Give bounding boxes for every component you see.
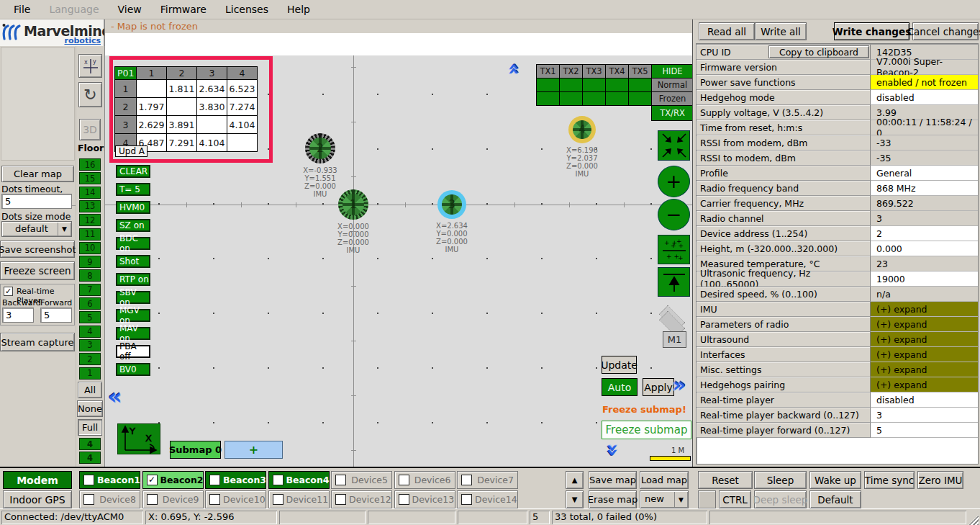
floors-full-button[interactable]: Full xyxy=(78,419,102,436)
ctrl-button[interactable]: CTRL xyxy=(719,490,751,508)
floor-7[interactable]: 7 xyxy=(79,284,101,296)
cancel-changes-button[interactable]: Cancel changes xyxy=(912,22,979,40)
rotate-view-icon[interactable]: ↻ xyxy=(78,82,102,107)
chevron-left-icon[interactable]: « xyxy=(108,386,122,408)
device-button-device13[interactable]: Device13 xyxy=(394,490,455,508)
tx-cell-1-3[interactable] xyxy=(582,78,606,92)
default-button[interactable]: Default xyxy=(809,490,861,508)
tx-txrx-button[interactable]: TX/RX xyxy=(651,105,692,121)
tx-cell-1-1[interactable] xyxy=(536,78,560,92)
device-button-device14[interactable]: Device14 xyxy=(457,490,518,508)
property-value[interactable]: (+) expand xyxy=(871,302,978,317)
map-btn-mgv-on[interactable]: MGV on xyxy=(116,309,150,322)
erase-map-button[interactable]: Erase map xyxy=(589,490,637,508)
chevron-up-icon[interactable]: « xyxy=(505,63,524,76)
ctrl-checkbox[interactable] xyxy=(698,490,716,508)
read-all-button[interactable]: Read all xyxy=(699,22,755,40)
floor-9[interactable]: 9 xyxy=(79,256,101,268)
property-value[interactable]: disabled xyxy=(871,90,978,105)
device-checkbox[interactable] xyxy=(273,494,283,505)
property-value[interactable]: (+) expand xyxy=(871,377,978,392)
floor-10[interactable]: 10 xyxy=(79,242,101,254)
map-btn-bv0[interactable]: BV0 xyxy=(116,363,150,376)
tx-cell-2-1[interactable] xyxy=(536,91,560,106)
property-value[interactable]: 3 xyxy=(871,408,978,423)
clear-map-button[interactable]: Clear map xyxy=(1,166,74,182)
device-button-device7[interactable]: Device7 xyxy=(457,471,518,489)
freeze-screen-button[interactable]: Freeze screen xyxy=(0,261,75,280)
upd-a-button[interactable]: Upd A xyxy=(115,145,148,157)
realtime-player-checkbox[interactable]: ✓ xyxy=(4,287,13,296)
device-checkbox[interactable]: ✓ xyxy=(209,475,220,485)
floor-1[interactable]: 1 xyxy=(79,367,101,380)
property-value[interactable]: disabled xyxy=(871,392,978,408)
floor-3[interactable]: 3 xyxy=(79,339,101,351)
device-button-beacon1[interactable]: ✓Beacon1 xyxy=(79,471,140,489)
tx-hide-button[interactable]: HIDE xyxy=(651,64,692,78)
freeze-submap-button[interactable]: Freeze submap xyxy=(602,421,691,439)
update-button[interactable]: Update xyxy=(602,356,637,374)
device-checkbox[interactable] xyxy=(335,475,346,485)
device-button-device9[interactable]: Device9 xyxy=(142,490,204,508)
device-checkbox[interactable] xyxy=(335,494,346,505)
map-btn-sbv-on[interactable]: SBV on xyxy=(116,291,150,304)
floor-11[interactable]: 11 xyxy=(79,228,101,241)
beacon-marker-4[interactable]: 4 xyxy=(568,116,596,143)
tx-cell-2-2[interactable] xyxy=(559,91,583,106)
sleep-button[interactable]: Sleep xyxy=(754,471,807,489)
tx-row-frozen[interactable]: Frozen xyxy=(651,91,692,106)
zoom-in-icon[interactable]: + xyxy=(658,166,690,197)
upload-zone-icon[interactable] xyxy=(658,267,690,297)
device-button-device10[interactable]: Device10 xyxy=(205,490,266,508)
stream-capture-button[interactable]: Stream capture xyxy=(0,333,75,351)
device-button-beacon2[interactable]: ✓Beacon2 xyxy=(142,471,204,489)
device-checkbox[interactable]: ✓ xyxy=(83,475,94,485)
floor-6[interactable]: 6 xyxy=(79,297,101,310)
map-canvas[interactable]: P01123411.8112.6346.52321.7973.8307.2743… xyxy=(104,55,692,467)
view-3d-button[interactable]: 3D xyxy=(79,119,101,140)
floor-extra-1[interactable]: 4 xyxy=(79,452,101,464)
tx-cell-1-2[interactable] xyxy=(559,78,583,92)
reset-button[interactable]: Reset xyxy=(698,471,753,489)
map-btn-shot[interactable]: Shot xyxy=(116,255,150,268)
write-all-button[interactable]: Write all xyxy=(755,22,807,40)
floor-2[interactable]: 2 xyxy=(79,353,101,365)
property-value[interactable]: (+) expand xyxy=(871,332,978,347)
device-checkbox[interactable] xyxy=(147,494,158,505)
property-value[interactable]: 19000 xyxy=(871,272,978,287)
save-map-button[interactable]: Save map xyxy=(589,471,637,489)
device-checkbox[interactable] xyxy=(209,494,220,505)
floor-5[interactable]: 5 xyxy=(79,311,101,323)
write-changes-button[interactable]: Write changes xyxy=(834,22,909,40)
floor-13[interactable]: 13 xyxy=(79,200,101,212)
menu-view[interactable]: View xyxy=(109,1,151,17)
dots-display-icon[interactable]: + +++ ++ ++ xyxy=(658,235,690,264)
beacon-marker-1[interactable]: 1 xyxy=(338,189,368,220)
chevron-down-icon[interactable]: « xyxy=(602,444,622,457)
property-value[interactable]: 2 xyxy=(871,226,978,241)
resize-grip[interactable] xyxy=(968,515,979,525)
property-value[interactable]: 868 MHz xyxy=(871,181,978,196)
map-btn-sz-on[interactable]: SZ on xyxy=(116,219,150,232)
floor-14[interactable]: 14 xyxy=(79,187,101,199)
tx-cell-1-5[interactable] xyxy=(628,78,652,92)
forward-input[interactable] xyxy=(40,308,72,323)
property-value[interactable]: (+) expand xyxy=(871,317,978,332)
property-value[interactable]: (+) expand xyxy=(871,362,978,377)
save-screenshot-button[interactable]: Save screenshot xyxy=(0,241,75,258)
device-checkbox[interactable] xyxy=(461,494,472,505)
floor-16[interactable]: 16 xyxy=(79,158,101,171)
property-value[interactable]: 5 xyxy=(871,423,978,438)
beacon-marker-3[interactable]: 3 xyxy=(437,190,466,219)
map-btn-mav-on[interactable]: MAV on xyxy=(116,327,150,340)
scroll-down-button[interactable]: ▼ xyxy=(566,490,584,508)
modem-button[interactable]: Modem xyxy=(3,471,72,489)
zoom-out-icon[interactable]: − xyxy=(658,199,690,230)
backward-input[interactable] xyxy=(2,308,34,323)
dots-timeout-input[interactable] xyxy=(1,194,72,209)
add-submap-button[interactable]: + xyxy=(224,441,283,459)
xy-axes-icon[interactable]: xy xyxy=(78,54,102,78)
floor-8[interactable]: 8 xyxy=(79,269,101,282)
submap-0-button[interactable]: Submap 0 xyxy=(170,441,221,459)
device-button-device11[interactable]: Device11 xyxy=(268,490,330,508)
